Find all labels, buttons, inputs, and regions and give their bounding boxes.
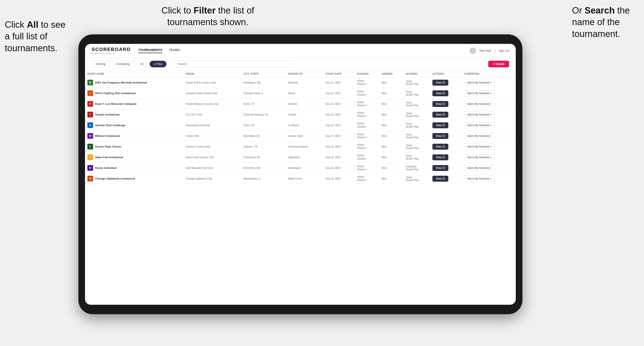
annotation-top-right: Or Search thename of thetournament.	[572, 5, 630, 40]
hosted-by-cell: Kansas State	[286, 131, 323, 141]
view-button[interactable]: View ⓘ	[432, 112, 448, 118]
app-header: SCOREBOARD Powered by clipp'd TOURNAMENT…	[85, 44, 516, 58]
table-row: W Chicago Highlands Invitational Chicago…	[85, 173, 516, 184]
team-logo: V	[88, 144, 93, 149]
view-button[interactable]: View ⓘ	[432, 154, 448, 160]
view-button[interactable]: View ⓘ	[432, 122, 448, 128]
table-row: T Temple Invitational The 1912 ClubPlymo…	[85, 109, 516, 120]
add-to-schedule-button[interactable]: Add to My Schedule +	[464, 90, 495, 96]
actions-cell: View ⓘ	[430, 109, 462, 120]
actions-cell: View ⓘ	[430, 152, 462, 163]
gender-cell: Men	[380, 131, 404, 141]
col-hosted-by: HOSTED BY	[286, 71, 323, 77]
event-name-cell: W Chicago Highlands Invitational	[88, 176, 181, 181]
filter-bar: Hosting Competing All ≡ Filter + Create	[85, 58, 516, 71]
sign-out-link[interactable]: Sign out	[499, 49, 509, 52]
view-button[interactable]: View ⓘ	[432, 90, 448, 96]
col-start-date: START DATE	[324, 71, 355, 77]
search-input[interactable]	[174, 60, 292, 68]
add-to-schedule-button[interactable]: Add to My Schedule +	[464, 112, 495, 117]
view-button[interactable]: View ⓘ	[432, 80, 448, 86]
view-button[interactable]: View ⓘ	[432, 133, 448, 139]
actions-cell: View ⓘ	[430, 88, 462, 99]
nav-tab-tournaments[interactable]: TOURNAMENTS	[138, 48, 162, 53]
view-button[interactable]: View ⓘ	[432, 101, 448, 107]
competing-cell: Add to My Schedule +	[462, 109, 516, 120]
scoring-cell: Team,Stroke Play	[404, 131, 430, 141]
city-state-cell: Bremerton, WA	[241, 163, 286, 173]
competing-button[interactable]: Competing	[112, 61, 134, 67]
division-cell: NCAADivision I	[355, 131, 380, 141]
table-row: F Ryan T. Lee Memorial Collegiate Shuttl…	[85, 99, 516, 109]
event-name-cell: M 2023 Joe Feaganes Marshall Invitationa…	[88, 80, 181, 85]
hosting-button[interactable]: Hosting	[92, 61, 110, 67]
actions-cell: View ⓘ	[430, 99, 462, 109]
hosted-by-cell: Marshall	[286, 77, 323, 88]
add-to-schedule-button[interactable]: Add to My Schedule +	[464, 144, 495, 149]
hosted-by-cell: Wake Forest	[286, 173, 323, 184]
logo-title: SCOREBOARD	[92, 47, 130, 52]
tablet-frame: SCOREBOARD Powered by clipp'd TOURNAMENT…	[78, 34, 522, 314]
add-to-schedule-button[interactable]: Add to My Schedule +	[464, 176, 495, 181]
division-cell: NCAADivision I	[355, 141, 380, 152]
all-button[interactable]: All	[136, 61, 147, 67]
add-to-schedule-button[interactable]: Add to My Schedule +	[464, 165, 495, 171]
create-button[interactable]: + Create	[488, 61, 509, 67]
city-state-cell: Jackson, TN	[241, 141, 286, 152]
gender-cell: Men	[380, 173, 404, 184]
view-button[interactable]: View ⓘ	[432, 144, 448, 150]
event-name-cell: U Upstate Dual Challenge	[88, 122, 181, 128]
scoring-cell: Team,Stroke Play	[404, 99, 430, 109]
actions-cell: View ⓘ	[430, 173, 462, 184]
gender-cell: Men	[380, 109, 404, 120]
actions-cell: View ⓘ	[430, 120, 462, 131]
event-name: Husky Individual	[95, 167, 116, 169]
table-row: W Husky Individual Gold Mountain Golf Cl…	[85, 163, 516, 173]
gender-cell: Men	[380, 88, 404, 99]
add-to-schedule-button[interactable]: Add to My Schedule +	[464, 80, 495, 85]
team-logo: F	[88, 101, 93, 107]
start-date-cell: Sep 18, 2023	[324, 173, 355, 184]
pipe-separator: |	[495, 49, 495, 52]
filter-button[interactable]: ≡ Filter	[150, 61, 166, 67]
team-logo: W	[88, 133, 93, 139]
gender-cell: Men	[380, 120, 404, 131]
start-date-cell: Sep 18, 2023	[324, 152, 355, 163]
view-button[interactable]: View ⓘ	[432, 176, 448, 182]
col-city-state: CITY, STATE	[241, 71, 286, 77]
col-competing: COMPETING	[462, 71, 516, 77]
event-name: Temple Invitational	[95, 113, 120, 116]
start-date-cell: Sep 11, 2023	[324, 77, 355, 88]
nav-tab-teams[interactable]: TEAMS	[169, 48, 180, 53]
venue-cell: Gold Mountain Golf Club	[183, 163, 241, 173]
start-date-cell: Sep 16, 2023	[324, 109, 355, 120]
event-name: Valpo Fall Invitational	[95, 156, 123, 159]
add-to-schedule-button[interactable]: Add to My Schedule +	[464, 101, 495, 107]
col-actions: ACTIONS	[430, 71, 462, 77]
table-row: I OFCC Fighting Illini Invitational Olym…	[85, 88, 516, 99]
division-cell: NCAADivision I	[355, 163, 380, 173]
add-to-schedule-button[interactable]: Add to My Schedule +	[464, 154, 495, 160]
scoring-cell: Team,Stroke Play	[404, 152, 430, 163]
venue-cell: Chicago Highlands Club	[183, 173, 241, 184]
venue-cell: Sand Creek Country Club	[183, 152, 241, 163]
event-name-cell: V Grover Page Classic	[88, 144, 181, 149]
division-cell: NCAADivision I	[355, 173, 380, 184]
venue-cell: Ravenwood Golf Club	[183, 120, 241, 131]
add-to-schedule-button[interactable]: Add to My Schedule +	[464, 133, 495, 139]
table-header: EVENT NAME VENUE CITY, STATE HOSTED BY S…	[85, 71, 516, 77]
actions-cell: View ⓘ	[430, 131, 462, 141]
competing-cell: Add to My Schedule +	[462, 152, 516, 163]
logo-subtitle: Powered by clipp'd	[92, 52, 130, 54]
col-division: DIVISION	[355, 71, 380, 77]
annotation-top-center: Click to Filter the list oftournaments s…	[162, 5, 254, 28]
division-cell: NCAADivision I	[355, 77, 380, 88]
scoring-cell: Team,Stroke Play	[404, 141, 430, 152]
gender-cell: Men	[380, 152, 404, 163]
hosted-by-cell: Valparaiso	[286, 152, 323, 163]
view-button[interactable]: View ⓘ	[432, 165, 448, 171]
add-to-schedule-button[interactable]: Add to My Schedule +	[464, 122, 495, 128]
competing-cell: Add to My Schedule +	[462, 163, 516, 173]
event-name-cell: T Temple Invitational	[88, 112, 181, 117]
division-cell: NCAADivision I	[355, 152, 380, 163]
